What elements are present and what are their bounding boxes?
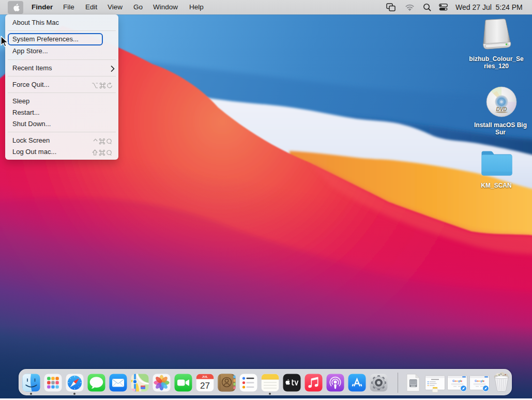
- svg-text:Google: Google: [475, 379, 484, 382]
- svg-text:DVD: DVD: [496, 106, 507, 112]
- svg-text:Google: Google: [452, 379, 462, 382]
- svg-text:27: 27: [200, 381, 210, 391]
- svg-text:JUL: JUL: [202, 375, 208, 378]
